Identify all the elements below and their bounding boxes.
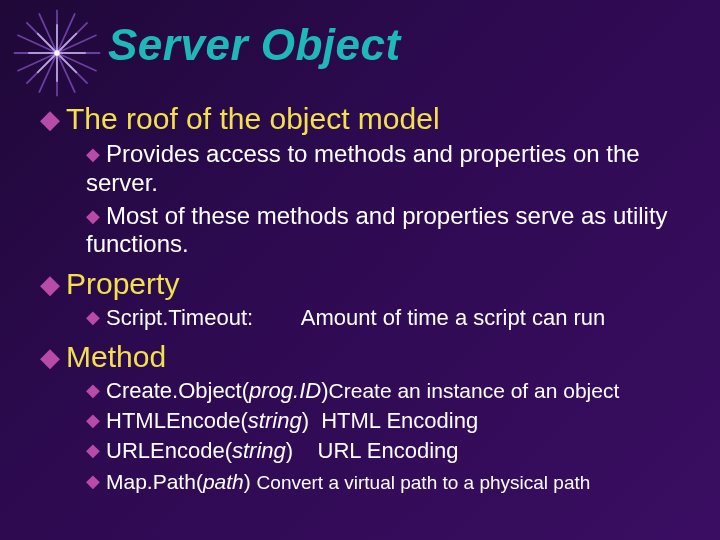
svg-line-14 xyxy=(57,35,97,53)
map-path-desc: Convert a virtual path to a physical pat… xyxy=(257,472,591,493)
svg-line-8 xyxy=(39,13,57,53)
bullet-root-label: The roof of the object model xyxy=(66,102,440,135)
svg-line-12 xyxy=(17,35,57,53)
map-path-close: ) xyxy=(244,470,251,493)
bullet-provides-text: Provides access to methods and propertie… xyxy=(86,140,640,196)
bullet-script-timeout: ◆Script.Timeout: Amount of time a script… xyxy=(86,305,690,331)
diamond-icon: ◆ xyxy=(86,410,100,430)
bullet-property-label: Property xyxy=(66,267,179,300)
svg-line-7 xyxy=(57,53,88,84)
diamond-icon: ◆ xyxy=(40,269,60,299)
svg-line-22 xyxy=(37,53,57,73)
create-object-name: Create.Object( xyxy=(106,378,249,403)
script-timeout-desc: Amount of time a script can run xyxy=(301,305,605,330)
bullet-method: ◆Method xyxy=(40,340,690,374)
html-encode-name: HTMLEncode( xyxy=(106,408,248,433)
starburst-icon xyxy=(12,8,102,98)
url-encode-desc: URL Encoding xyxy=(318,438,459,463)
svg-line-13 xyxy=(17,53,57,71)
svg-line-6 xyxy=(26,53,57,84)
create-object-arg: prog.ID xyxy=(249,378,321,403)
diamond-icon: ◆ xyxy=(86,471,100,491)
diamond-icon: ◆ xyxy=(86,206,100,226)
diamond-icon: ◆ xyxy=(86,307,100,327)
diamond-icon: ◆ xyxy=(86,440,100,460)
svg-point-24 xyxy=(54,50,59,55)
bullet-html-encode: ◆HTMLEncode(string) HTML Encoding xyxy=(86,408,690,434)
url-encode-name: URLEncode( xyxy=(106,438,232,463)
slide-content: ◆The roof of the object model ◆Provides … xyxy=(40,94,690,495)
bullet-property: ◆Property xyxy=(40,267,690,301)
svg-line-11 xyxy=(57,53,75,93)
svg-line-15 xyxy=(57,53,97,71)
diamond-icon: ◆ xyxy=(40,342,60,372)
slide-title: Server Object xyxy=(108,20,401,70)
create-object-desc: Create an instance of an object xyxy=(329,379,620,402)
diamond-icon: ◆ xyxy=(86,144,100,164)
diamond-icon: ◆ xyxy=(86,380,100,400)
bullet-utility: ◆Most of these methods and properties se… xyxy=(86,202,690,260)
svg-line-4 xyxy=(26,22,57,53)
bullet-root: ◆The roof of the object model xyxy=(40,102,690,136)
bullet-utility-text: Most of these methods and properties ser… xyxy=(86,202,668,258)
bullet-url-encode: ◆URLEncode(string) URL Encoding xyxy=(86,438,690,464)
svg-line-23 xyxy=(57,53,77,73)
html-encode-desc: HTML Encoding xyxy=(321,408,478,433)
svg-line-21 xyxy=(57,33,77,53)
script-timeout-name: Script.Timeout: xyxy=(106,305,253,330)
html-encode-arg: string xyxy=(248,408,302,433)
bullet-create-object: ◆Create.Object(prog.ID)Create an instanc… xyxy=(86,378,690,404)
diamond-icon: ◆ xyxy=(40,104,60,134)
slide: Server Object ◆The roof of the object mo… xyxy=(0,0,720,540)
svg-line-9 xyxy=(57,13,75,53)
svg-line-5 xyxy=(57,22,88,53)
bullet-method-label: Method xyxy=(66,340,166,373)
bullet-map-path: ◆Map.Path(path) Convert a virtual path t… xyxy=(86,469,690,495)
map-path-name: Map.Path( xyxy=(106,470,203,493)
bullet-provides: ◆Provides access to methods and properti… xyxy=(86,140,690,198)
url-encode-arg: string xyxy=(232,438,286,463)
create-object-close: ) xyxy=(321,378,328,403)
svg-line-10 xyxy=(39,53,57,93)
html-encode-close: ) xyxy=(302,408,309,433)
url-encode-close: ) xyxy=(286,438,293,463)
map-path-arg: path xyxy=(203,470,244,493)
svg-line-20 xyxy=(37,33,57,53)
